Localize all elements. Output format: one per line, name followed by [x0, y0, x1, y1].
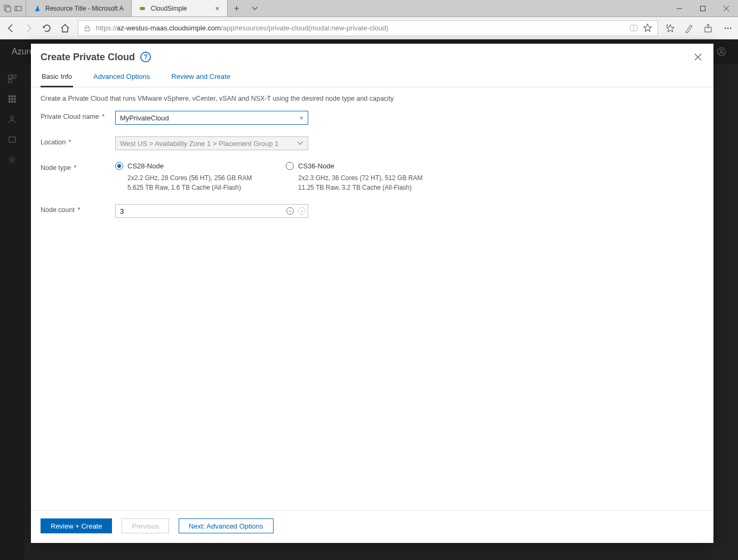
radio-desc-line: 11.25 TB Raw, 3.2 TB Cache (All-Flash)	[298, 183, 424, 192]
modal-tabs: Basic Info Advanced Options Review and C…	[31, 68, 713, 87]
app-sidebar	[0, 64, 25, 560]
previous-button: Previous	[122, 518, 169, 533]
refresh-button[interactable]	[42, 23, 52, 34]
close-icon[interactable]: ×	[215, 5, 220, 12]
share-icon[interactable]	[704, 23, 713, 33]
next-button[interactable]: Next: Advanced Options	[179, 518, 273, 533]
tab-actions-icon[interactable]	[3, 4, 12, 13]
tab-review-and-create[interactable]: Review and Create	[170, 68, 231, 87]
browser-navbar: https://az-westus-maas.cloudsimple.com/a…	[0, 17, 738, 39]
forward-button[interactable]	[23, 23, 34, 34]
notes-icon[interactable]	[685, 23, 694, 33]
clear-icon[interactable]: ×	[295, 114, 308, 122]
modal-footer: Review + Create Previous Next: Advanced …	[31, 510, 713, 543]
svg-rect-32	[11, 95, 13, 98]
maximize-button[interactable]	[691, 0, 715, 17]
svg-rect-30	[9, 79, 12, 83]
sidebar-dashboard-icon[interactable]	[7, 74, 18, 84]
sidebar-resource-icon[interactable]	[7, 134, 18, 145]
location-select[interactable]: West US > Availability Zone 1 > Placemen…	[115, 136, 308, 150]
close-icon[interactable]	[692, 51, 704, 63]
close-window-button[interactable]	[715, 0, 738, 17]
lock-icon	[84, 25, 91, 31]
svg-rect-41	[9, 137, 15, 142]
navbar-right-icons	[665, 23, 733, 33]
decrement-button[interactable]: −	[284, 205, 296, 217]
minimize-button[interactable]	[668, 0, 691, 17]
sidebar-user-icon[interactable]	[7, 114, 18, 125]
radio-label: CS28-Node	[127, 162, 164, 170]
node-type-radio-group: CS28-Node 2x2.2 GHz, 28 Cores (56 HT), 2…	[115, 162, 424, 192]
url-text: https://az-westus-maas.cloudsimple.com/a…	[96, 24, 624, 32]
home-button[interactable]	[60, 23, 70, 34]
radio-label: CS36-Node	[298, 162, 334, 170]
svg-rect-33	[14, 95, 16, 98]
tab-advanced-options[interactable]: Advanced Options	[92, 68, 151, 87]
address-bar[interactable]: https://az-westus-maas.cloudsimple.com/a…	[78, 20, 658, 36]
label-location: Location *	[41, 136, 115, 146]
svg-point-42	[11, 159, 14, 161]
radio-cs28[interactable]: CS28-Node 2x2.2 GHz, 28 Cores (56 HT), 2…	[115, 162, 254, 192]
node-count-input[interactable]	[116, 205, 284, 217]
row-node-type: Node type * CS28-Node 2x2.2 GHz, 28 Core…	[41, 162, 704, 192]
radio-desc-line: 2x2.3 GHz, 36 Cores (72 HT), 512 GB RAM	[298, 173, 424, 183]
account-icon[interactable]	[717, 47, 726, 56]
tab-title: Resource Title - Microsoft A	[45, 5, 124, 12]
modal-header: Create Private Cloud ?	[31, 44, 713, 68]
svg-rect-38	[11, 101, 13, 103]
row-private-cloud-name: Private Cloud name * ×	[41, 111, 704, 125]
app-root: Azure VMware Solutions by CloudSimple ? …	[0, 39, 738, 560]
svg-point-18	[727, 27, 729, 29]
private-cloud-name-input[interactable]	[116, 111, 295, 124]
help-icon[interactable]: ?	[140, 52, 151, 62]
radio-icon[interactable]	[115, 162, 123, 170]
sidebar-grid-icon[interactable]	[7, 94, 18, 104]
back-button[interactable]	[5, 23, 16, 34]
name-input-wrap: ×	[115, 111, 308, 125]
tab-preview-icon[interactable]	[14, 4, 22, 13]
tab-inactive[interactable]: Resource Title - Microsoft A	[26, 0, 132, 17]
create-private-cloud-modal: Create Private Cloud ? Basic Info Advanc…	[31, 44, 713, 543]
location-value: West US > Availability Zone 1 > Placemen…	[120, 140, 278, 148]
reading-view-icon[interactable]	[630, 24, 638, 32]
favorite-star-icon[interactable]	[643, 23, 652, 33]
radio-desc-line: 2x2.2 GHz, 28 Cores (56 HT), 256 GB RAM	[127, 173, 254, 183]
window-controls	[668, 0, 738, 17]
tab-basic-info[interactable]: Basic Info	[41, 68, 73, 87]
titlebar-left-icons	[0, 0, 26, 17]
label-node-type: Node type *	[41, 162, 115, 172]
svg-rect-39	[14, 101, 16, 103]
chevron-down-icon	[297, 140, 303, 147]
sidebar-gear-icon[interactable]	[7, 155, 18, 165]
modal-description: Create a Private Cloud that runs VMware …	[31, 87, 713, 105]
new-tab-button[interactable]: +	[228, 0, 246, 17]
svg-rect-29	[13, 75, 16, 78]
svg-point-17	[725, 27, 726, 29]
svg-marker-4	[35, 5, 39, 11]
svg-rect-2	[15, 6, 21, 11]
tabs-more-icon[interactable]	[246, 0, 264, 17]
radio-cs36[interactable]: CS36-Node 2x2.3 GHz, 36 Cores (72 HT), 5…	[286, 162, 424, 192]
tab-title: CloudSimple	[151, 5, 211, 12]
svg-point-40	[11, 116, 14, 119]
node-count-stepper: − +	[115, 204, 308, 218]
increment-button[interactable]: +	[296, 205, 308, 217]
svg-rect-36	[14, 98, 16, 100]
more-icon[interactable]	[723, 23, 733, 33]
svg-rect-34	[9, 98, 11, 100]
tab-active[interactable]: CloudSimple ×	[132, 0, 228, 17]
radio-desc-line: 5.625 TB Raw, 1.6 TB Cache (All-Flash)	[127, 183, 254, 192]
row-node-count: Node count * − +	[41, 204, 704, 218]
tab-strip: Resource Title - Microsoft A CloudSimple…	[26, 0, 668, 17]
azure-favicon-icon	[34, 5, 41, 12]
label-private-cloud-name: Private Cloud name *	[41, 111, 115, 120]
svg-rect-7	[701, 6, 705, 11]
svg-rect-5	[140, 7, 145, 10]
svg-rect-35	[11, 98, 13, 100]
svg-point-27	[720, 50, 723, 52]
row-location: Location * West US > Availability Zone 1…	[41, 136, 704, 150]
review-create-button[interactable]: Review + Create	[41, 518, 112, 533]
form: Private Cloud name * × Location * West U…	[31, 105, 713, 235]
favorites-icon[interactable]	[665, 23, 675, 33]
radio-icon[interactable]	[286, 162, 294, 170]
